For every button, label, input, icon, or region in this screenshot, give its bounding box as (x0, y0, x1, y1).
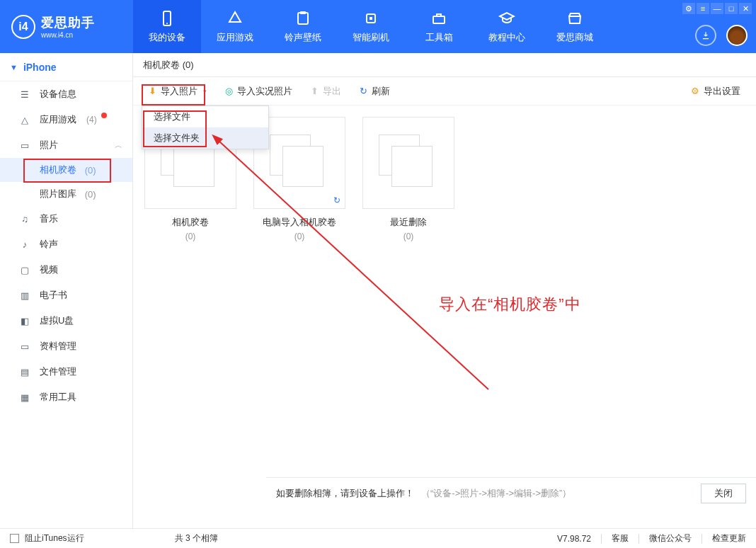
dropdown-select-folder[interactable]: 选择文件夹 (142, 127, 268, 149)
svg-rect-5 (433, 16, 445, 23)
sidebar-item-udisk[interactable]: ◧虚拟U盘 (0, 308, 132, 333)
logo-icon: i4 (11, 15, 35, 39)
live-icon: ◎ (225, 86, 233, 96)
cloud-sync-icon: ↻ (333, 195, 340, 205)
nav-apps[interactable]: 应用游戏 (201, 0, 269, 53)
nav-label: 爱思商城 (556, 31, 593, 44)
nav-toolbox[interactable]: 工具箱 (405, 0, 473, 53)
export-settings-button[interactable]: ⚙导出设置 (684, 82, 748, 101)
block-itunes-checkbox[interactable] (10, 534, 19, 543)
toolbox-icon (430, 10, 447, 27)
apps-icon (227, 10, 244, 27)
import-photo-button[interactable]: ⬇导入照片▾ (142, 82, 214, 101)
chevron-up-icon: ︿ (115, 140, 122, 151)
apps-icon: △ (18, 115, 31, 125)
nav-label: 工具箱 (425, 31, 453, 44)
close-window-button[interactable]: ✕ (739, 3, 752, 14)
sidebar-item-apps[interactable]: △应用游戏(4) (0, 107, 132, 132)
gear-icon: ⚙ (691, 86, 699, 96)
minimize-button[interactable]: — (711, 3, 723, 14)
album-recently-deleted[interactable]: 最近删除 (0) (362, 117, 454, 241)
info-bar: 如要删除相簿，请到设备上操作！ （“设备->照片->相簿->编辑->删除”） 关… (266, 477, 756, 508)
app-header: i4 爱思助手 www.i4.cn 我的设备 应用游戏 铃声壁纸 智能刷机 工具… (0, 0, 756, 53)
folder-icon: ▭ (18, 341, 31, 352)
info-icon: ☰ (18, 89, 31, 100)
book-icon: ▥ (18, 290, 31, 301)
sidebar-item-video[interactable]: ▢视频 (0, 257, 132, 282)
sidebar-item-music[interactable]: ♫音乐 (0, 206, 132, 232)
info-hint: （“设备->照片->相簿->编辑->删除”） (421, 487, 571, 500)
top-nav: 我的设备 应用游戏 铃声壁纸 智能刷机 工具箱 教程中心 爱思商城 (133, 0, 609, 53)
close-panel-button[interactable]: 关闭 (701, 484, 746, 503)
graduation-icon (498, 10, 515, 27)
nav-flash[interactable]: 智能刷机 (337, 0, 405, 53)
download-button[interactable] (695, 25, 716, 46)
link-wechat[interactable]: 微信公众号 (649, 532, 692, 544)
app-title: 爱思助手 (41, 14, 95, 31)
nav-ringtones[interactable]: 铃声壁纸 (269, 0, 337, 53)
refresh-button[interactable]: ↻刷新 (353, 82, 397, 101)
svg-rect-2 (298, 13, 308, 24)
sidebar-item-ringtones[interactable]: ♪铃声 (0, 232, 132, 257)
import-live-button[interactable]: ◎导入实况照片 (218, 82, 299, 101)
export-icon: ⬆ (311, 86, 319, 96)
app-domain: www.i4.cn (41, 31, 95, 39)
flash-icon (362, 10, 379, 27)
nav-label: 教程中心 (488, 31, 525, 44)
content-grid: 相机胶卷 (0) ↻ 电脑导入相机胶卷 (0) 最近删除 (0) (133, 105, 756, 528)
refresh-icon: ↻ (360, 86, 367, 96)
music-icon: ♫ (18, 214, 31, 224)
phone-icon (159, 10, 176, 27)
device-name: iPhone (23, 62, 57, 73)
nav-label: 我的设备 (149, 31, 185, 44)
grid-icon: ▦ (18, 392, 31, 403)
sidebar-item-data[interactable]: ▭资料管理 (0, 333, 132, 359)
chevron-down-icon: ▼ (10, 63, 18, 72)
avatar[interactable] (726, 25, 748, 46)
svg-point-1 (166, 23, 168, 24)
nav-label: 铃声壁纸 (285, 31, 321, 44)
menu-icon[interactable]: ≡ (697, 3, 709, 14)
maximize-button[interactable]: □ (725, 3, 738, 14)
nav-my-device[interactable]: 我的设备 (133, 0, 201, 53)
svg-rect-3 (300, 11, 306, 14)
info-message: 如要删除相簿，请到设备上操作！ (276, 487, 414, 500)
export-button: ⬆导出 (304, 82, 348, 101)
caret-down-icon: ▾ (203, 88, 207, 95)
logo-area: i4 爱思助手 www.i4.cn (0, 0, 133, 53)
nav-store[interactable]: 爱思商城 (541, 0, 609, 53)
version-label: V7.98.72 (557, 534, 591, 544)
main-area: 相机胶卷 (0) ⬇导入照片▾ ◎导入实况照片 ⬆导出 ↻刷新 ⚙导出设置 选择… (133, 53, 756, 528)
window-controls: ⚙ ≡ — □ ✕ (678, 0, 756, 17)
sidebar-item-deviceinfo[interactable]: ☰设备信息 (0, 81, 132, 107)
reddot-icon (101, 113, 107, 118)
dropdown-select-file[interactable]: 选择文件 (142, 106, 268, 127)
sidebar: ▼ iPhone ☰设备信息 △应用游戏(4) ▭照片︿ 相机胶卷 (0) 照片… (0, 53, 133, 528)
block-itunes-label: 阻止iTunes运行 (25, 532, 84, 544)
nav-label: 应用游戏 (217, 31, 253, 44)
album-thumb (362, 117, 454, 209)
toolbar: ⬇导入照片▾ ◎导入实况照片 ⬆导出 ↻刷新 ⚙导出设置 选择文件 选择文件夹 (133, 77, 756, 105)
video-icon: ▢ (18, 265, 31, 275)
sidebar-item-files[interactable]: ▤文件管理 (0, 359, 132, 384)
sidebar-device[interactable]: ▼ iPhone (0, 53, 132, 81)
album-total: 共 3 个相簿 (175, 532, 218, 544)
usb-icon: ◧ (18, 316, 31, 326)
wallpaper-icon (294, 10, 311, 27)
breadcrumb: 相机胶卷 (0) (133, 53, 756, 77)
nav-tutorials[interactable]: 教程中心 (473, 0, 541, 53)
link-check-update[interactable]: 检查更新 (712, 532, 746, 544)
settings-icon[interactable]: ⚙ (682, 3, 695, 14)
link-support[interactable]: 客服 (612, 532, 629, 544)
nav-label: 智能刷机 (353, 31, 389, 44)
import-dropdown: 选择文件 选择文件夹 (142, 105, 269, 149)
sidebar-sub-photo-library[interactable]: 照片图库 (0) (0, 182, 132, 206)
import-icon: ⬇ (149, 86, 156, 96)
photo-icon: ▭ (18, 140, 31, 151)
sidebar-item-ebook[interactable]: ▥电子书 (0, 282, 132, 308)
sidebar-sub-camera-roll[interactable]: 相机胶卷 (0) (0, 158, 132, 182)
status-bar: 阻止iTunes运行 共 3 个相簿 V7.98.72 客服 微信公众号 检查更… (0, 528, 756, 548)
sidebar-item-photos[interactable]: ▭照片︿ (0, 132, 132, 158)
store-icon (566, 10, 583, 27)
sidebar-item-tools[interactable]: ▦常用工具 (0, 384, 132, 410)
